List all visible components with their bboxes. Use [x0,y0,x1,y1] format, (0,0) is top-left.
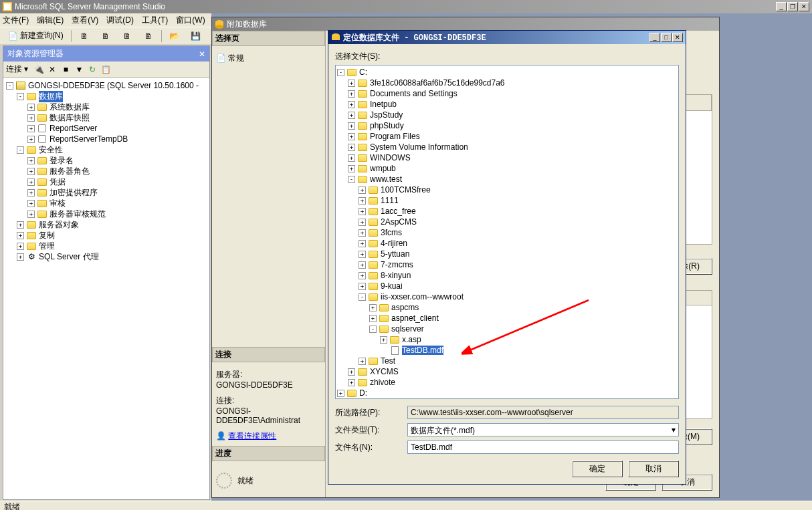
expand-icon[interactable]: + [359,240,366,247]
collapse-icon[interactable]: - [17,93,24,100]
collapse-icon[interactable]: - [348,176,355,183]
tree-folder[interactable]: +XYCMS [337,366,677,377]
file-tree[interactable]: -C: +3fe18c06088af6af6b75c16de99cd7a6 +D… [335,65,679,399]
menu-debug[interactable]: 调试(D) [106,15,134,26]
tree-repl[interactable]: +复制 [6,230,207,241]
tree-folder[interactable]: +Documents and Settings [337,88,677,99]
expand-icon[interactable]: + [359,251,366,258]
tree-auditspec[interactable]: +服务器审核规范 [6,209,207,219]
expand-icon[interactable]: + [359,261,366,269]
tree-snapshot[interactable]: +数据库快照 [6,112,207,123]
tree-folder[interactable]: +9-kuai [337,281,677,291]
tb-open[interactable]: 📂 [165,29,185,43]
expand-icon[interactable]: + [348,101,355,108]
menu-window[interactable]: 窗口(W) [176,15,205,26]
tree-crypto[interactable]: +加密提供程序 [6,187,207,198]
tree-folder[interactable]: +1acc_free [337,206,677,217]
expand-icon[interactable]: + [359,186,366,194]
tree-folder[interactable]: +Inetpub [337,99,677,110]
tree-svrobj[interactable]: +服务器对象 [6,219,207,230]
tree-folder[interactable]: +zhivote [337,377,677,388]
tree-folder[interactable]: +Program Files [337,131,677,142]
expand-icon[interactable]: + [348,90,355,98]
tree-folder[interactable]: +System Volume Information [337,142,677,152]
tree-databases[interactable]: -数据库 [6,91,207,102]
expand-icon[interactable]: + [359,197,366,205]
tree-folder[interactable]: +aspnet_client [337,313,677,324]
expand-icon[interactable]: + [27,189,35,197]
tree-folder[interactable]: +1111 [337,195,677,206]
collapse-icon[interactable]: - [369,326,377,333]
tb-save[interactable]: 💾 [186,29,206,43]
tree-agent[interactable]: +⚙SQL Server 代理 [6,251,207,262]
tree-sysdb[interactable]: +系统数据库 [6,102,207,112]
tree-folder[interactable]: +wmpub [337,163,677,174]
tree-roles[interactable]: +服务器角色 [6,166,207,176]
expand-icon[interactable]: + [348,122,355,130]
tree-cred[interactable]: +凭据 [6,176,207,187]
expand-icon[interactable]: + [348,379,355,386]
menu-tools[interactable]: 工具(T) [142,15,168,26]
tree-logins[interactable]: +登录名 [6,155,207,166]
maximize-button[interactable]: ❐ [787,2,798,11]
expand-icon[interactable]: + [27,178,35,186]
expand-icon[interactable]: + [17,253,24,261]
panel-close-icon[interactable]: ✕ [199,49,205,59]
expand-icon[interactable]: + [337,390,344,397]
report-icon[interactable]: 📋 [100,64,111,75]
collapse-icon[interactable]: - [17,146,24,154]
locate-title-bar[interactable]: 定位数据库文件 - GONGSI-DDE5DF3E _ □ ✕ [328,31,686,44]
expand-icon[interactable]: + [17,221,24,229]
locate-ok-button[interactable]: 确定 [572,461,623,477]
expand-icon[interactable]: + [369,304,377,311]
tree-folder[interactable]: +aspcms [337,302,677,313]
disconnect-icon[interactable]: ✕ [47,64,58,75]
expand-icon[interactable]: + [348,154,355,162]
tree-server[interactable]: -GONGSI-DDE5DF3E (SQL Server 10.50.1600 … [6,80,207,91]
tb-btn-1[interactable]: 🗎 [74,29,94,43]
tree-folder[interactable]: +phpStudy [337,120,677,131]
close-button[interactable]: ✕ [799,2,809,11]
expand-icon[interactable]: + [348,144,355,151]
expand-icon[interactable]: + [348,133,355,140]
expand-icon[interactable]: + [359,283,366,290]
tree-folder[interactable]: +x.asp [337,334,677,345]
filter-icon[interactable]: ▼ [74,64,84,75]
expand-icon[interactable]: + [348,368,355,376]
tree-folder[interactable]: +8-xinyun [337,270,677,281]
expand-icon[interactable]: + [359,208,366,215]
tree-sqlserver[interactable]: -sqlserver [337,324,677,334]
collapse-icon[interactable]: - [6,82,13,90]
tree-mgmt[interactable]: +管理 [6,241,207,251]
expand-icon[interactable]: + [27,104,35,111]
page-general[interactable]: 📄 常规 [212,49,325,68]
collapse-icon[interactable]: - [359,293,366,301]
tree-audit[interactable]: +审核 [6,198,207,209]
attach-title-bar[interactable]: 附加数据库 [212,17,719,31]
expand-icon[interactable]: + [380,336,387,344]
menu-file[interactable]: 文件(F) [3,15,29,26]
expand-icon[interactable]: + [348,112,355,119]
collapse-icon[interactable]: - [337,69,344,76]
tree-rst[interactable]: +ReportServerTempDB [6,134,207,144]
expand-icon[interactable]: + [17,232,24,239]
tree-folder[interactable]: +2AspCMS [337,217,677,227]
tree-folder[interactable]: +3fe18c06088af6af6b75c16de99cd7a6 [337,78,677,88]
tb-btn-4[interactable]: 🗎 [138,29,159,43]
expand-icon[interactable]: + [27,200,35,207]
tree-folder[interactable]: +4-rijiren [337,238,677,249]
tree-security[interactable]: -安全性 [6,144,207,155]
expand-icon[interactable]: + [27,211,35,218]
tb-btn-3[interactable]: 🗎 [117,29,137,43]
expand-icon[interactable]: + [27,157,35,164]
expand-icon[interactable]: + [17,243,24,250]
expand-icon[interactable]: + [359,358,366,365]
tree-rs[interactable]: +ReportServer [6,123,207,134]
new-query-button[interactable]: 📄 新建查询(N) [3,28,68,43]
view-conn-link[interactable]: 👤 查看连接属性 [216,430,321,442]
expand-icon[interactable]: + [348,80,355,87]
minimize-button[interactable]: _ [776,2,787,11]
filename-input[interactable] [407,440,679,454]
expand-icon[interactable]: + [27,114,35,122]
tree-folder[interactable]: +3fcms [337,227,677,238]
